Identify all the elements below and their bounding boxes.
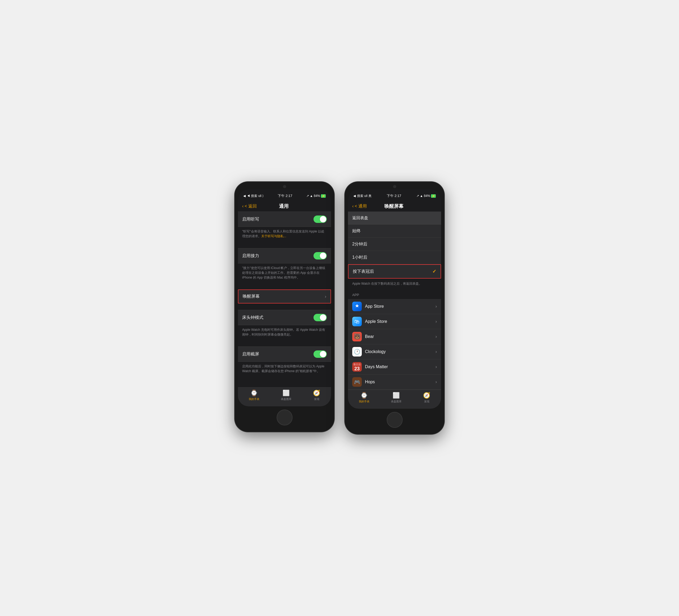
apple-store-icon: 🛍 <box>352 317 362 326</box>
wake-screen-item[interactable]: 唤醒屏幕 › <box>238 289 331 304</box>
status-right-right: ↗ ▲ 84% ⚡ <box>416 194 436 198</box>
screenshot-label: 启用截屏 <box>242 351 259 357</box>
location-icon-right: ↗ <box>416 194 419 198</box>
back-label-left: < 返回 <box>245 204 257 209</box>
handoff-item[interactable]: 启用接力 <box>238 248 331 264</box>
tab-discover-right[interactable]: 🧭 发现 <box>423 392 430 403</box>
tab-my-watch-right[interactable]: ⌚ 我的手表 <box>359 392 369 403</box>
tab-discover-icon-left: 🧭 <box>313 390 320 397</box>
hops-name: Hops <box>365 380 432 384</box>
app-item-apple-store[interactable]: 🛍 Apple Store › <box>348 314 441 329</box>
tab-bar-right: ⌚ 我的手表 ⬜ 表盘图库 🧭 发现 <box>348 390 441 409</box>
dictation-link[interactable]: 关于听写与隐私... <box>261 234 286 238</box>
phone-left-screen: ◀ ◀ 搜索 ull ⟩ 下午 2:17 ↗ ▲ 84% ⚡ ‹ <box>238 189 331 406</box>
return-to-face-header-item: 返回表盘 <box>348 211 441 225</box>
hops-icon: 🎮 <box>352 377 362 387</box>
nav-title-left: 通用 <box>279 203 289 209</box>
home-button-right[interactable] <box>387 412 402 428</box>
back-button-left[interactable]: ‹ < 返回 <box>242 204 257 209</box>
back-button-right[interactable]: ‹ < 通用 <box>352 204 367 209</box>
app-section-header: APP <box>348 289 441 299</box>
tab-watch-label-left: 我的手表 <box>249 397 259 401</box>
tab-discover-icon-right: 🧭 <box>423 392 430 399</box>
tab-face-icon-left: ⬜ <box>283 390 290 397</box>
option-crown-press[interactable]: 按下表冠后 ✓ <box>348 264 441 279</box>
screenshot-toggle[interactable] <box>314 350 327 358</box>
dictation-label: 启用听写 <box>242 216 259 222</box>
crown-press-desc: Apple Watch 在按下数码表冠之后，将返回表盘。 <box>348 279 441 289</box>
sep3 <box>238 304 331 310</box>
app-item-hops[interactable]: 🎮 Hops › <box>348 375 441 390</box>
bear-name: Bear <box>365 334 432 339</box>
handoff-section: 启用接力 "接力"使您可以使用 iCloud 帐户，立即在另一台设备上继续处理在… <box>238 248 331 283</box>
appstore-chevron: › <box>435 304 437 309</box>
option-2min-label: 2分钟后 <box>352 241 367 247</box>
clockology-name: Clockology <box>365 349 432 354</box>
tab-discover-left[interactable]: 🧭 发现 <box>313 390 320 401</box>
app-item-appstore[interactable]: App Store › <box>348 299 441 314</box>
app-item-days-matter[interactable]: 数日后 23 Days Matter › <box>348 360 441 375</box>
bear-icon: 🐻 <box>352 332 362 341</box>
tab-watch-icon-right: ⌚ <box>360 392 367 399</box>
app-item-clockology[interactable]: 🕐 Clockology › <box>348 344 441 360</box>
apple-store-chevron: › <box>435 319 437 324</box>
nightstand-label: 床头钟模式 <box>242 315 263 320</box>
hops-chevron: › <box>435 380 437 384</box>
phone-right-screen: ◀ 搜索 ull 奥 下午 2:17 ↗ ▲ 84% ⚡ ‹ < 通 <box>348 189 441 409</box>
wake-screen-section: 唤醒屏幕 › <box>238 289 331 304</box>
tab-bar-left: ⌚ 我的手表 ⬜ 表盘图库 🧭 发现 <box>238 387 331 406</box>
dictation-item[interactable]: 启用听写 <box>238 211 331 227</box>
home-button-left[interactable] <box>277 410 293 425</box>
nightstand-section: 床头钟模式 Apple Watch 充电时可用作床头闹钟。若 Apple Wat… <box>238 310 331 340</box>
option-1hour[interactable]: 1小时后 <box>348 251 441 264</box>
alarm-icon-right: ▲ <box>420 194 423 198</box>
wake-screen-chevron: › <box>325 294 326 299</box>
back-label-right: < 通用 <box>355 204 367 209</box>
app-items-group: App Store › 🛍 Apple Store › 🐻 <box>348 299 441 390</box>
back-chevron-left: ‹ <box>242 204 244 209</box>
tab-face-gallery-right[interactable]: ⬜ 表盘图库 <box>391 392 401 403</box>
tab-my-watch-left[interactable]: ⌚ 我的手表 <box>249 390 259 401</box>
app-item-bear[interactable]: 🐻 Bear › <box>348 329 441 344</box>
camera-right <box>393 185 396 188</box>
sep2 <box>238 283 331 289</box>
sep1 <box>238 242 331 248</box>
battery-icon: ⚡ <box>321 194 326 198</box>
nav-bar-left: ‹ < 返回 通用 <box>238 201 331 211</box>
bear-chevron: › <box>435 334 437 339</box>
days-matter-name: Days Matter <box>365 365 432 369</box>
status-time-left: 下午 2:17 <box>278 194 292 198</box>
sep4 <box>238 340 331 346</box>
appstore-name: App Store <box>365 304 432 309</box>
days-matter-icon: 数日后 23 <box>352 362 362 372</box>
wake-options-group: 返回表盘 始终 2分钟后 1小时后 <box>348 211 441 279</box>
tab-face-icon-right: ⬜ <box>393 392 400 399</box>
battery-pct-right: 84% <box>424 194 430 198</box>
alarm-icon: ▲ <box>310 194 313 198</box>
back-chevron-right: ‹ <box>352 204 354 209</box>
nav-title-right: 唤醒屏幕 <box>384 203 403 209</box>
location-icon: ↗ <box>306 194 309 198</box>
status-search-right: 搜索 ull 奥 <box>357 194 371 198</box>
option-2min[interactable]: 2分钟后 <box>348 238 441 251</box>
option-always[interactable]: 始终 <box>348 225 441 238</box>
screenshot-desc: 启用此功能后，同时按下侧边按钮和数码表冠可以为 Apple Watch 截屏。截… <box>238 362 331 377</box>
appstore-icon <box>352 302 362 311</box>
camera-left <box>283 185 286 188</box>
return-to-face-label: 返回表盘 <box>352 215 368 220</box>
phone-left: ◀ ◀ 搜索 ull ⟩ 下午 2:17 ↗ ▲ 84% ⚡ ‹ <box>235 182 334 432</box>
tab-face-gallery-left[interactable]: ⬜ 表盘图库 <box>281 390 291 401</box>
nightstand-item[interactable]: 床头钟模式 <box>238 310 331 325</box>
dictation-toggle[interactable] <box>314 215 327 223</box>
wake-screen-label: 唤醒屏幕 <box>243 294 260 299</box>
tab-discover-label-left: 发现 <box>314 397 319 401</box>
handoff-toggle[interactable] <box>314 252 327 260</box>
option-crown-press-check: ✓ <box>432 269 436 274</box>
nightstand-toggle[interactable] <box>314 314 327 321</box>
battery-pct: 84% <box>314 194 320 198</box>
option-1hour-label: 1小时后 <box>352 255 367 260</box>
dictation-desc: "听写"会将语音输入、联系人和位置信息发送到 Apple 以处理您的请求。关于听… <box>238 227 331 242</box>
clockology-icon: 🕐 <box>352 347 362 356</box>
settings-content-left: 启用听写 "听写"会将语音输入、联系人和位置信息发送到 Apple 以处理您的请… <box>238 211 331 387</box>
screenshot-item[interactable]: 启用截屏 <box>238 346 331 362</box>
